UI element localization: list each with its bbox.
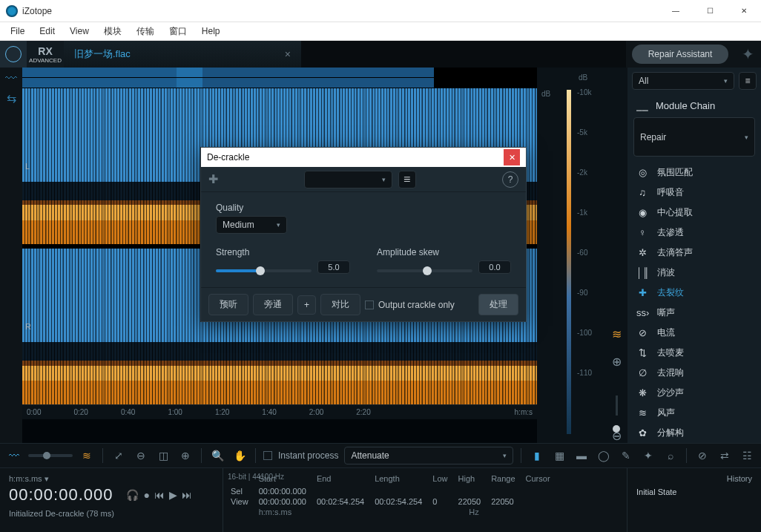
collapse-icon[interactable]: ⇆ bbox=[7, 91, 16, 105]
waveform-view-icon[interactable]: 〰 bbox=[6, 447, 22, 464]
lasso-icon[interactable]: ◯ bbox=[596, 447, 612, 464]
module-item[interactable]: ⊘电流 bbox=[627, 323, 761, 343]
close-button[interactable]: ✕ bbox=[727, 0, 761, 22]
rewind-icon[interactable]: ⏮ bbox=[154, 489, 165, 501]
module-item[interactable]: ✚去裂纹 bbox=[627, 283, 761, 303]
spectrogram-mode-icon[interactable]: ≋ bbox=[612, 327, 622, 341]
module-item[interactable]: │║消波 bbox=[627, 263, 761, 283]
strength-slider[interactable] bbox=[216, 269, 312, 272]
spectrogram-view-icon[interactable]: ≋ bbox=[79, 447, 95, 464]
strength-value[interactable]: 5.0 bbox=[317, 260, 350, 274]
strength-label: Strength bbox=[216, 247, 350, 257]
compare-button[interactable]: 对比 bbox=[320, 294, 360, 315]
module-item[interactable]: ⇅去喷麦 bbox=[627, 343, 761, 363]
window-titlebar: iZotope — ☐ ✕ bbox=[0, 0, 761, 22]
dialog-close-button[interactable]: ✕ bbox=[504, 149, 520, 165]
overview-waveform[interactable] bbox=[22, 68, 537, 88]
rx-name: RX bbox=[38, 45, 52, 57]
time-format-select[interactable]: h:m:s.ms ▾ bbox=[9, 474, 214, 484]
brush-icon[interactable]: ✎ bbox=[618, 447, 634, 464]
deselect-icon[interactable]: ⊘ bbox=[694, 447, 711, 464]
headphone-icon[interactable]: 🎧 bbox=[126, 489, 139, 501]
module-chain-header[interactable]: ⎯⎯ Module Chain bbox=[627, 94, 761, 117]
plus-button[interactable]: + bbox=[297, 295, 316, 315]
menu-help[interactable]: Help bbox=[194, 24, 228, 39]
help-icon[interactable]: ? bbox=[502, 171, 518, 188]
edit-toolbar: 〰 ≋ ⤢ ⊖ ◫ ⊕ 🔍 ✋ Instant process Attenuat… bbox=[0, 443, 761, 468]
module-item[interactable]: ♫呼吸音 bbox=[627, 183, 761, 203]
select-harmonics-icon[interactable]: ☷ bbox=[739, 447, 755, 464]
module-item[interactable]: ∅去混响 bbox=[627, 363, 761, 383]
invert-sel-icon[interactable]: ⇄ bbox=[716, 447, 733, 464]
module-label: 消波 bbox=[657, 266, 675, 279]
time-ruler[interactable]: 0:00 0:20 0:40 1:00 1:20 1:40 2:00 2:20 … bbox=[22, 404, 537, 419]
amplitude-skew-slider[interactable] bbox=[377, 269, 472, 272]
module-icon: ✿ bbox=[636, 427, 648, 439]
zoom-fit-icon[interactable]: ⤢ bbox=[111, 447, 127, 464]
waveform-toggle-icon[interactable]: 〰 bbox=[5, 72, 17, 85]
module-item[interactable]: ◉中心提取 bbox=[627, 203, 761, 223]
preview-button[interactable]: 预听 bbox=[208, 294, 248, 315]
history-header: History bbox=[636, 474, 752, 483]
wand-icon[interactable]: ✦ bbox=[640, 447, 656, 464]
hand-tool-icon[interactable]: ✋ bbox=[231, 447, 248, 464]
module-item[interactable]: ✿分解构 bbox=[627, 423, 761, 443]
menu-view[interactable]: View bbox=[62, 24, 96, 39]
module-item[interactable]: ❋沙沙声 bbox=[627, 383, 761, 403]
category-select[interactable]: Repair▾ bbox=[633, 117, 755, 157]
zoom-sel-icon[interactable]: ◫ bbox=[155, 447, 171, 464]
module-item[interactable]: ≋风声 bbox=[627, 403, 761, 423]
find-similar-icon[interactable]: ⌕ bbox=[662, 447, 679, 464]
bypass-button[interactable]: 旁通 bbox=[253, 294, 293, 315]
module-item[interactable]: ✲去滴答声 bbox=[627, 243, 761, 263]
zoom-out-h-icon[interactable]: ⊖ bbox=[133, 447, 149, 464]
preset-menu-button[interactable]: ≡ bbox=[398, 171, 416, 188]
history-item[interactable]: Initial State bbox=[636, 487, 752, 496]
preset-select[interactable]: ▾ bbox=[304, 171, 392, 188]
module-list: ◎氛围匹配♫呼吸音◉中心提取♀去渗透✲去滴答声│║消波✚去裂纹ss›嘶声⊘电流⇅… bbox=[627, 162, 761, 443]
file-tab[interactable]: 旧梦一场.flac × bbox=[64, 41, 301, 68]
menu-window[interactable]: 窗口 bbox=[162, 23, 194, 40]
rx-sub: ADVANCED bbox=[29, 57, 62, 64]
time-select-icon[interactable]: ▮ bbox=[529, 447, 545, 464]
output-crackle-checkbox[interactable] bbox=[365, 301, 374, 309]
zoom-in-icon[interactable]: ⊕ bbox=[612, 355, 622, 369]
menu-edit[interactable]: Edit bbox=[32, 24, 62, 39]
freq-select-icon[interactable]: ▬ bbox=[573, 447, 590, 464]
module-label: 氛围匹配 bbox=[657, 166, 693, 179]
rx-badge: RX ADVANCED bbox=[27, 41, 64, 68]
record-icon[interactable]: ● bbox=[143, 489, 149, 501]
right-panel: All▾ ≡ ⎯⎯ Module Chain Repair▾ ◎氛围匹配♫呼吸音… bbox=[627, 68, 761, 443]
menu-file[interactable]: File bbox=[3, 24, 32, 39]
close-tab-icon[interactable]: × bbox=[285, 48, 291, 60]
dialog-titlebar[interactable]: De-crackle ✕ bbox=[201, 148, 526, 167]
opacity-slider[interactable] bbox=[28, 454, 73, 457]
waveform-area[interactable]: L R 0:00 0:20 0:40 1:00 1:20 1:40 2:00 2… bbox=[22, 68, 537, 443]
module-label: 去裂纹 bbox=[657, 286, 684, 299]
channel-left-label: L bbox=[25, 162, 30, 171]
repair-assistant-button[interactable]: Repair Assistant bbox=[632, 45, 728, 64]
module-filter-select[interactable]: All▾ bbox=[632, 72, 734, 90]
module-list-menu-button[interactable]: ≡ bbox=[739, 72, 757, 90]
quality-select[interactable]: Medium▾ bbox=[216, 216, 287, 234]
module-item[interactable]: ss›嘶声 bbox=[627, 303, 761, 323]
zoom-tool-icon[interactable]: 🔍 bbox=[209, 447, 225, 464]
minimize-button[interactable]: — bbox=[659, 0, 693, 22]
instant-process-label: Instant process bbox=[278, 450, 338, 461]
process-button[interactable]: 处理 bbox=[478, 294, 518, 315]
module-item[interactable]: ♀去渗透 bbox=[627, 223, 761, 243]
tf-select-icon[interactable]: ▦ bbox=[551, 447, 567, 464]
amplitude-skew-value[interactable]: 0.0 bbox=[478, 260, 511, 274]
play-icon[interactable]: ▶ bbox=[169, 489, 177, 501]
instant-mode-select[interactable]: Attenuate▾ bbox=[344, 447, 513, 464]
module-item[interactable]: ◎氛围匹配 bbox=[627, 162, 761, 183]
frequency-scale: dB -10k -5k -2k -1k -60 -90 -100 -110 bbox=[564, 68, 605, 443]
menu-modules[interactable]: 模块 bbox=[96, 23, 129, 40]
loop-play-icon[interactable]: ⏭ bbox=[182, 489, 192, 501]
maximize-button[interactable]: ☐ bbox=[693, 0, 727, 22]
module-label: 中心提取 bbox=[657, 206, 693, 219]
menu-transport[interactable]: 传输 bbox=[129, 23, 162, 40]
instant-process-checkbox[interactable] bbox=[263, 451, 272, 460]
zoom-in-h-icon[interactable]: ⊕ bbox=[177, 447, 194, 464]
zoom-slider[interactable] bbox=[616, 395, 618, 416]
